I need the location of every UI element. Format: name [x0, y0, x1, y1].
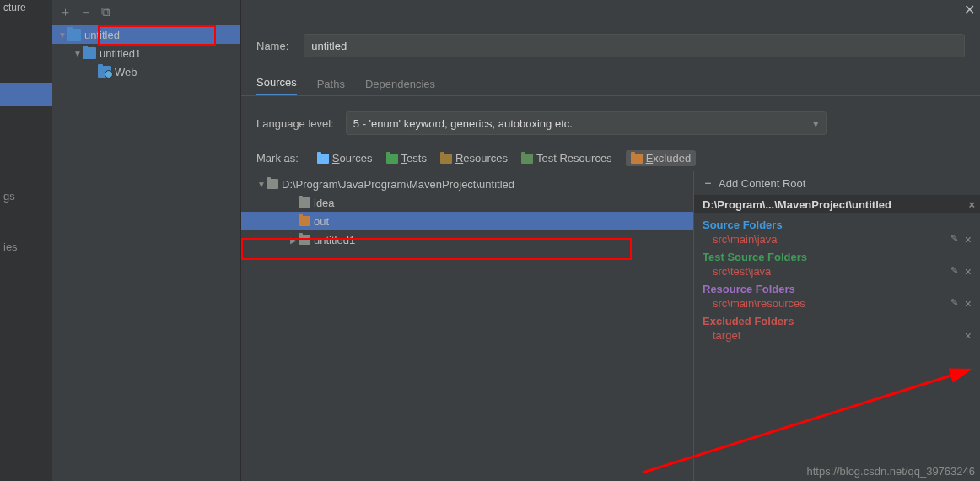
section-item[interactable]: src\test\java✎× — [703, 265, 972, 278]
remove-icon[interactable]: × — [965, 265, 972, 278]
name-row: Name: untitled — [241, 20, 980, 71]
module-detail-panel: ✕ Name: untitled Sources Paths Dependenc… — [241, 0, 980, 481]
name-value: untitled — [311, 40, 347, 52]
nav-item[interactable]: ies — [0, 235, 52, 258]
left-nav-strip: cture gs ies — [0, 0, 52, 481]
folder-icon — [317, 154, 329, 164]
folder-row[interactable]: out — [241, 212, 693, 230]
mark-excluded[interactable]: Excluded — [626, 150, 696, 166]
titlebar: ✕ — [241, 0, 980, 20]
language-level-combobox[interactable]: 5 - 'enum' keyword, generics, autoboxing… — [346, 111, 827, 135]
remove-module-icon[interactable]: － — [80, 4, 93, 20]
project-structure-dialog: cture gs ies ＋ － ⧉ untitleduntitled1Web … — [0, 0, 980, 481]
remove-icon[interactable]: × — [965, 233, 972, 246]
folder-icon — [631, 154, 643, 164]
mark-sources[interactable]: SSourcesources — [317, 152, 373, 165]
folder-icon — [299, 235, 310, 245]
add-module-icon[interactable]: ＋ — [59, 4, 72, 20]
module-label: Web — [115, 66, 137, 78]
nav-item-selected[interactable] — [0, 83, 52, 106]
plus-icon: ＋ — [703, 176, 713, 191]
folder-row[interactable]: untitled1 — [241, 230, 693, 249]
modules-tree-panel: ＋ － ⧉ untitleduntitled1Web — [52, 0, 241, 481]
mark-as-row: Mark as: SSourcesources Tests Resources … — [241, 150, 980, 171]
folder-label: D:\Program\JavaProgram\MavenProject\unti… — [282, 178, 514, 191]
module-label: untitled — [84, 29, 120, 41]
mark-test-resources[interactable]: Test Resources — [521, 152, 612, 165]
nav-item[interactable] — [0, 29, 52, 52]
folder-icon — [267, 179, 278, 189]
module-folder-icon — [67, 29, 81, 41]
expand-arrow-icon[interactable] — [288, 235, 299, 245]
folder-icon — [521, 154, 533, 164]
expand-arrow-icon[interactable] — [57, 30, 67, 40]
remove-icon[interactable]: × — [965, 329, 972, 343]
close-icon[interactable]: ✕ — [964, 2, 975, 18]
tab-dependencies[interactable]: Dependencies — [365, 78, 435, 95]
module-row[interactable]: untitled1 — [52, 44, 240, 62]
language-level-row: Language level: 5 - 'enum' keyword, gene… — [241, 96, 980, 150]
section-header: Resource Folders — [703, 283, 972, 297]
watermark: https://blog.csdn.net/qq_39763246 — [807, 465, 976, 478]
folder-row[interactable]: idea — [241, 193, 693, 212]
content-root-path[interactable]: D:\Program\...\MavenProject\untitled × — [694, 195, 980, 213]
module-tabs: Sources Paths Dependencies — [241, 71, 980, 96]
module-label: untitled1 — [100, 47, 141, 60]
expand-arrow-icon[interactable] — [73, 49, 83, 58]
folder-label: idea — [314, 197, 335, 209]
section-header: Source Folders — [703, 219, 972, 233]
remove-root-icon[interactable]: × — [968, 198, 975, 211]
language-level-value: 5 - 'enum' keyword, generics, autoboxing… — [353, 117, 573, 130]
edit-icon[interactable]: ✎ — [950, 233, 958, 246]
folder-label: out — [314, 215, 329, 228]
section-item[interactable]: target× — [703, 329, 972, 342]
copy-module-icon[interactable]: ⧉ — [101, 4, 110, 19]
add-content-root[interactable]: ＋ Add Content Root — [694, 171, 980, 195]
expand-arrow-icon[interactable] — [256, 180, 267, 189]
section-header: Test Source Folders — [703, 251, 972, 265]
content-roots-panel: ＋ Add Content Root D:\Program\...\MavenP… — [693, 171, 980, 481]
chevron-down-icon: ▾ — [813, 117, 819, 130]
name-label: Name: — [256, 40, 288, 52]
title-fragment: cture — [0, 0, 52, 15]
folder-section: Excluded Folderstarget× — [694, 310, 980, 342]
name-field[interactable]: untitled — [304, 34, 965, 57]
folder-icon — [299, 216, 310, 226]
section-item[interactable]: src\main\resources✎× — [703, 297, 972, 310]
module-row[interactable]: untitled — [52, 25, 240, 44]
tab-sources[interactable]: Sources — [256, 76, 297, 95]
section-item[interactable]: src\main\java✎× — [703, 233, 972, 246]
module-folder-icon — [83, 47, 96, 59]
web-module-icon — [98, 66, 111, 78]
mark-as-label: Mark as: — [256, 152, 299, 165]
edit-icon[interactable]: ✎ — [950, 297, 958, 311]
module-row[interactable]: Web — [52, 62, 240, 81]
modules-tree: untitleduntitled1Web — [52, 24, 240, 81]
folder-label: untitled1 — [314, 234, 355, 246]
mark-tests[interactable]: Tests — [386, 152, 427, 165]
folder-tree: D:\Program\JavaProgram\MavenProject\unti… — [241, 171, 693, 481]
folder-icon — [386, 154, 398, 164]
folder-icon — [299, 197, 310, 208]
nav-item[interactable]: gs — [0, 184, 52, 208]
tree-toolbar: ＋ － ⧉ — [52, 0, 240, 24]
sources-body: D:\Program\JavaProgram\MavenProject\unti… — [241, 171, 980, 481]
remove-icon[interactable]: × — [965, 297, 972, 311]
edit-icon[interactable]: ✎ — [950, 265, 958, 278]
folder-icon — [440, 154, 452, 164]
section-header: Excluded Folders — [703, 315, 972, 329]
folder-row-root[interactable]: D:\Program\JavaProgram\MavenProject\unti… — [256, 175, 693, 193]
folder-section: Resource Folderssrc\main\resources✎× — [694, 278, 980, 310]
folder-section: Source Folderssrc\main\java✎× — [694, 213, 980, 246]
folder-section: Test Source Folderssrc\test\java✎× — [694, 246, 980, 278]
language-level-label: Language level: — [256, 117, 334, 130]
tab-paths[interactable]: Paths — [317, 78, 345, 95]
mark-resources[interactable]: Resources — [440, 152, 508, 165]
